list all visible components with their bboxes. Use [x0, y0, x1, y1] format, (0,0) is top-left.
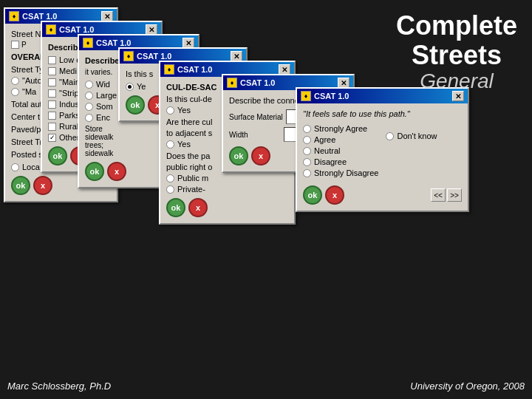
public-m-radio[interactable] [166, 174, 174, 183]
close-button-6[interactable]: ✕ [338, 78, 349, 88]
some-label: Som [96, 102, 113, 111]
surface-material-label: Surface Material [229, 113, 283, 121]
feels-safe-label: "It feels safe to use this path." [303, 109, 462, 118]
dialog-title-2: CSAT 1.0 [59, 25, 94, 34]
app-icon-4: ♦ [123, 51, 134, 61]
strongly-disagree-label: Strongly Disagree [314, 168, 378, 177]
dialog-7[interactable]: ♦ CSAT 1.0 ✕ "It feels safe to use this … [296, 87, 469, 212]
cancel-button-6[interactable]: x [251, 146, 270, 166]
main-check[interactable] [48, 78, 56, 86]
indus-check[interactable] [48, 100, 56, 109]
close-button-1[interactable]: ✕ [101, 11, 113, 21]
close-button-2[interactable]: ✕ [146, 24, 157, 35]
ok-button-6[interactable]: ok [229, 146, 248, 166]
cancel-button-3[interactable]: x [107, 162, 126, 181]
yes-label-5a: Yes [177, 106, 191, 115]
strongly-agree-label: Strongly Agree [314, 124, 367, 133]
prev-button-7[interactable]: << [431, 188, 446, 202]
app-icon-2: ♦ [46, 24, 56, 35]
street-name-value: P [21, 41, 27, 49]
yes-label-5b: Yes [177, 140, 191, 149]
cancel-button-7[interactable]: x [325, 185, 344, 205]
private-radio[interactable] [166, 185, 174, 194]
dont-know-radio[interactable] [386, 132, 394, 140]
dialog-title-1: CSAT 1.0 [22, 12, 57, 21]
wide-label: Wid [96, 80, 110, 89]
large-radio[interactable] [85, 92, 93, 100]
yes-radio-5a[interactable] [166, 106, 174, 115]
main-label: "Main [59, 78, 80, 86]
ok-button-5[interactable]: ok [166, 198, 185, 217]
app-icon-1: ♦ [9, 11, 19, 21]
some-radio[interactable] [85, 103, 93, 111]
wide-radio[interactable] [85, 81, 93, 89]
credits-left: Marc Schlossberg, Ph.D [7, 381, 111, 392]
medi-label: Medi [59, 66, 77, 75]
local-label: Loca [22, 163, 40, 171]
agree-radio[interactable] [303, 136, 311, 144]
low-check[interactable] [48, 56, 56, 64]
street-name-checkbox[interactable] [11, 41, 19, 49]
dialog-title-4: CSAT 1.0 [137, 52, 171, 61]
neutral-label: Neutral [314, 146, 340, 155]
dialog-title-6: CSAT 1.0 [240, 78, 275, 87]
app-icon-7: ♦ [301, 91, 311, 101]
strongly-disagree-radio[interactable] [303, 169, 311, 177]
other-label: Other [59, 133, 80, 142]
medi-check[interactable] [48, 67, 56, 75]
public-m-label: Public m [177, 174, 208, 183]
ok-button-2[interactable]: ok [48, 146, 67, 166]
enc-label: Enc [96, 113, 110, 122]
dialog-title-7: CSAT 1.0 [314, 92, 349, 100]
yes-radio-5b[interactable] [166, 140, 174, 149]
disagree-label: Disagree [314, 157, 347, 166]
local-radio[interactable] [11, 163, 19, 171]
main-option-label: "Ma [22, 87, 36, 96]
cancel-button-5[interactable]: x [188, 198, 208, 217]
width-label: Width [229, 131, 281, 139]
ok-button-4[interactable]: ok [126, 95, 145, 115]
close-button-3[interactable]: ✕ [183, 38, 194, 48]
yes-radio-4[interactable] [126, 83, 134, 91]
parks-check[interactable] [48, 112, 56, 120]
app-icon-5: ♦ [164, 64, 174, 75]
close-button-5[interactable]: ✕ [279, 64, 290, 75]
dont-know-label: Don't know [397, 132, 437, 140]
main-title: Complete Streets [396, 11, 517, 69]
app-icon-3: ♦ [83, 38, 93, 48]
enc-radio[interactable] [85, 114, 93, 122]
other-check[interactable] [48, 134, 56, 142]
large-label: Large [96, 91, 117, 100]
strip-check[interactable] [48, 89, 56, 98]
parks-label: Parks [59, 111, 80, 120]
strip-label: "Strip [59, 89, 79, 98]
ok-button-7[interactable]: ok [303, 185, 322, 205]
dialog-title-3: CSAT 1.0 [96, 38, 131, 47]
rural-label: Rural [59, 122, 78, 131]
app-icon-6: ♦ [227, 78, 237, 88]
disagree-radio[interactable] [303, 158, 311, 166]
yes-label-4: Ye [137, 82, 146, 91]
sub-title: General [396, 69, 517, 93]
ok-button-1[interactable]: ok [11, 176, 30, 195]
ok-button-3[interactable]: ok [85, 162, 104, 181]
private-label: Private- [177, 185, 205, 194]
main-radio[interactable] [11, 88, 19, 96]
neutral-radio[interactable] [303, 147, 311, 155]
strongly-agree-radio[interactable] [303, 125, 311, 133]
close-button-4[interactable]: ✕ [231, 51, 242, 61]
dialog-title-5: CSAT 1.0 [177, 65, 212, 74]
rural-check[interactable] [48, 123, 56, 131]
cancel-button-1[interactable]: x [33, 176, 52, 195]
next-button-7[interactable]: >> [447, 188, 462, 202]
indus-label: Indus [59, 100, 79, 109]
credits-right: University of Oregon, 2008 [410, 381, 525, 392]
agree-label: Agree [314, 135, 335, 144]
auto-radio[interactable] [11, 77, 19, 85]
title-area: Complete Streets General [396, 11, 517, 93]
